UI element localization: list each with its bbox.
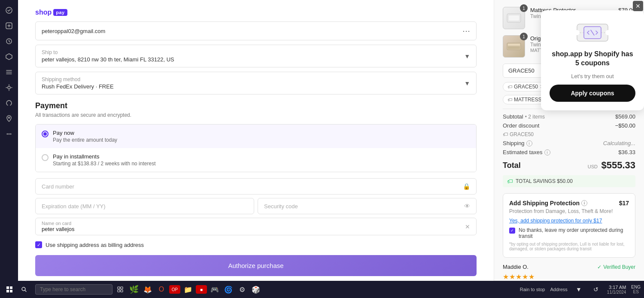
reviewer-row: Maddie O. ✓ Verified Buyer: [503, 264, 635, 270]
shop-text: shop: [35, 9, 52, 16]
taskbar-app-1[interactable]: 🌿: [128, 283, 140, 295]
search-taskbar-icon[interactable]: [18, 283, 30, 295]
sidebar-icon-3[interactable]: [2, 34, 16, 48]
installments-label: Pay in installments: [53, 153, 155, 160]
eye-icon: 👁: [464, 203, 470, 210]
reviewer-stars: ★★★★★: [503, 273, 635, 281]
popup-apply-coupons-button[interactable]: Apply coupons: [550, 85, 635, 102]
name-clear-icon[interactable]: ✕: [465, 223, 470, 230]
installments-option[interactable]: Pay in installments Starting at $138.83 …: [36, 148, 476, 172]
windows-icon[interactable]: [3, 283, 15, 295]
security-input[interactable]: Security code 👁: [258, 198, 477, 214]
shipping-method-row[interactable]: Shipping method Rush FedEx Delivery · FR…: [35, 72, 477, 94]
expiry-input[interactable]: Expiration date (MM / YY): [35, 198, 254, 214]
svg-rect-23: [121, 287, 123, 289]
total-label: Total: [503, 161, 521, 170]
sidebar-icon-6[interactable]: [2, 81, 16, 94]
taskbar-chevron[interactable]: ▼: [573, 283, 585, 295]
sidebar-icon-7[interactable]: [2, 96, 16, 110]
item-badge-1: 1: [520, 4, 528, 12]
taskbar-app-3[interactable]: O: [155, 283, 167, 295]
lang-eng: ENG: [631, 285, 641, 289]
taskbar-date: 11/1/2024: [607, 290, 626, 295]
popup-close-button[interactable]: ✕: [633, 1, 643, 11]
card-number-input[interactable]: Card number 🔒: [35, 178, 477, 195]
popup-card: shop.app by Shopify has 5 coupons Let's …: [541, 10, 644, 110]
taskbar-search-input[interactable]: [35, 284, 112, 295]
task-view-icon[interactable]: [114, 283, 126, 295]
pay-now-option[interactable]: Pay now Pay the entire amount today: [36, 125, 476, 148]
svg-rect-17: [6, 286, 9, 289]
authorize-button[interactable]: Authorize purchase: [35, 255, 477, 276]
svg-rect-8: [509, 15, 519, 21]
item-img-wrap-1: 1: [503, 7, 525, 29]
savings-icon: 🏷: [507, 178, 513, 185]
shop-pay-header: shop pay: [35, 9, 477, 16]
svg-point-2: [8, 86, 10, 89]
svg-rect-18: [10, 286, 12, 289]
billing-checkbox-box[interactable]: ✓: [35, 241, 42, 248]
popup-close-icon: ✕: [635, 3, 641, 9]
sp-checkbox[interactable]: ✓: [509, 228, 515, 234]
lang-area: ENG ES: [631, 285, 641, 294]
taskbar-time: 3:17 AM: [609, 285, 626, 290]
lang-es: ES: [633, 289, 638, 294]
installments-content: Pay in installments Starting at $138.83 …: [53, 153, 155, 167]
shipping-label: Shipping i: [503, 140, 532, 146]
sidebar-icon-1[interactable]: [2, 3, 16, 17]
card-input-row: Expiration date (MM / YY) Security code …: [35, 198, 477, 214]
popup-title: shop.app by Shopify has 5 coupons: [550, 50, 635, 68]
shop-pay-logo: shop pay: [35, 9, 67, 16]
security-placeholder: Security code: [264, 203, 298, 210]
taskbar-app-9[interactable]: ⚙: [236, 283, 248, 295]
svg-point-4: [7, 134, 8, 135]
ship-to-row[interactable]: Ship to peter vallejos, 8210 nw 30 th te…: [35, 45, 477, 67]
popup-overlay: ✕ shop.app by Shopify has 5 coupons Let'…: [532, 0, 644, 172]
left-sidebar: [0, 0, 18, 298]
shop-pay-badge: pay: [53, 9, 67, 16]
payment-subtitle: All transactions are secure and encrypte…: [35, 112, 477, 118]
shipping-method-chevron: ▼: [464, 80, 470, 87]
pay-now-radio[interactable]: [42, 131, 49, 137]
sp-info-icon[interactable]: i: [581, 200, 587, 206]
sidebar-icon-2[interactable]: [2, 19, 16, 33]
shipping-info-icon[interactable]: i: [526, 140, 532, 146]
savings-row: 🏷 TOTAL SAVINGS $50.00: [503, 175, 635, 187]
installments-radio[interactable]: [42, 154, 49, 161]
pay-now-label: Pay now: [53, 130, 117, 136]
taskbar-app-5[interactable]: 📁: [182, 283, 194, 295]
sidebar-icon-9[interactable]: [2, 127, 16, 141]
sp-desc: Protection from Damage, Loss, Theft & Mo…: [509, 208, 629, 214]
taskbar-app-10[interactable]: 🎲: [250, 283, 262, 295]
pay-now-content: Pay now Pay the entire amount today: [53, 130, 117, 143]
item-img-wrap-2: 1: [503, 35, 525, 58]
sidebar-icon-5[interactable]: [2, 65, 16, 79]
verified-text: Verified Buyer: [603, 264, 635, 270]
svg-rect-24: [118, 290, 120, 292]
taskbar-refresh[interactable]: ↺: [590, 283, 602, 295]
discount-icon: 🏷: [503, 131, 508, 137]
name-input-wrap[interactable]: Name on card peter vallejos ✕: [35, 218, 477, 235]
discount-coupon-label: GRACE50: [510, 131, 534, 137]
sp-header: Add Shipping Protection i $17: [509, 200, 629, 207]
checkbox-check-icon: ✓: [37, 242, 41, 248]
sidebar-icon-8[interactable]: [2, 112, 16, 125]
taskbar-app-4[interactable]: OP: [169, 285, 180, 294]
taskbar-app-8[interactable]: 🌀: [222, 283, 234, 295]
taskbar-app-7[interactable]: 🎮: [209, 283, 221, 295]
billing-checkbox-row[interactable]: ✓ Use shipping address as billing addres…: [35, 241, 477, 248]
dots-menu[interactable]: ⋯: [462, 26, 470, 36]
item-badge-2: 1: [520, 33, 528, 40]
weather-text: Rain to stop: [520, 287, 545, 292]
card-number-placeholder: Card number: [42, 183, 74, 190]
taskbar-app-6[interactable]: ■: [196, 285, 207, 294]
sp-option-no-thanks[interactable]: ✓ No thanks, leave my order unprotected …: [509, 227, 629, 239]
sidebar-icon-4[interactable]: [2, 50, 16, 64]
card-fields: Card number 🔒 Expiration date (MM / YY) …: [35, 178, 477, 235]
svg-rect-22: [118, 287, 120, 289]
taskbar-app-2[interactable]: 🦊: [142, 283, 154, 295]
email-text: peteroppal02@gmail.com: [42, 28, 105, 34]
ship-to-label: Ship to: [42, 49, 174, 55]
sp-add-link[interactable]: Yes, add shipping protection for only $1…: [509, 218, 629, 224]
sp-title: Add Shipping Protection i: [509, 200, 587, 207]
